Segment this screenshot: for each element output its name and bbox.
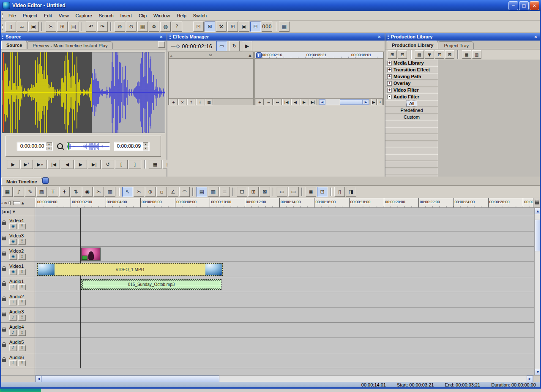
track-mute-icon[interactable]: ♪ bbox=[9, 299, 17, 305]
toolbar-grip[interactable] bbox=[2, 24, 3, 30]
track-header-audio4[interactable]: Audio4 ♪! bbox=[0, 323, 35, 338]
track-view-small-button[interactable]: ⊠ bbox=[260, 187, 270, 197]
lock-icon[interactable] bbox=[2, 283, 6, 286]
track-header-audio6[interactable]: Audio6 ♪! bbox=[0, 353, 35, 368]
go-end-button[interactable]: ▶| bbox=[309, 99, 317, 105]
mark-in-timecode[interactable]: 0:00:00:00 ▲▼ bbox=[17, 142, 53, 151]
expand-icon[interactable]: + bbox=[387, 88, 392, 93]
spin-down-icon[interactable]: ▼ bbox=[46, 147, 52, 150]
pack-clips-button[interactable]: ▥ bbox=[105, 187, 115, 197]
close-icon[interactable]: ✕ bbox=[158, 35, 164, 39]
frame-ruler-mode-button[interactable]: ▭ bbox=[288, 187, 299, 197]
track-header-video3[interactable]: Video3 ◉! bbox=[0, 231, 35, 247]
go-start-button[interactable]: |◀ bbox=[47, 160, 60, 169]
next-cue-icon[interactable]: ▶| bbox=[7, 210, 11, 214]
help-button[interactable]: ? bbox=[172, 22, 182, 32]
zoom-out-button[interactable]: ⊖ bbox=[126, 22, 137, 32]
scroll-thumb[interactable] bbox=[340, 99, 363, 105]
play-special-button[interactable]: ▶» bbox=[34, 160, 46, 169]
effects-timecode[interactable]: 00:00:02:16 bbox=[182, 43, 212, 49]
close-button[interactable]: ✕ bbox=[530, 1, 539, 10]
prev-cue-icon[interactable]: |◀ bbox=[2, 210, 5, 214]
next-keyframe-button[interactable]: ▶ bbox=[300, 99, 308, 105]
track-content-video2[interactable] bbox=[35, 247, 534, 262]
track-mute-icon[interactable]: ♪ bbox=[9, 360, 17, 366]
tab-project-tray[interactable]: Project Tray bbox=[439, 41, 474, 49]
insert-audio-file-button[interactable]: ♪ bbox=[14, 187, 24, 197]
move-down-button[interactable]: ↓ bbox=[196, 99, 204, 105]
selection-tool-button[interactable]: ↖ bbox=[122, 187, 133, 197]
tree-item-media-library[interactable]: + Media Library bbox=[385, 60, 438, 66]
track-warning-icon[interactable]: ! bbox=[18, 254, 26, 260]
menu-file[interactable]: File bbox=[5, 12, 19, 19]
sort-icon[interactable]: ▲ bbox=[22, 201, 24, 205]
track-height-slider[interactable] bbox=[8, 201, 20, 204]
expand-icon[interactable]: + bbox=[387, 74, 392, 79]
track-content-audio3[interactable] bbox=[35, 308, 534, 323]
track-manager-button[interactable]: ≣ bbox=[306, 187, 316, 197]
menu-insert[interactable]: Insert bbox=[117, 12, 136, 19]
keyframe-area[interactable] bbox=[255, 59, 383, 98]
mark-out-button[interactable]: ] bbox=[128, 160, 141, 169]
track-visibility-icon[interactable]: ◉ bbox=[9, 254, 17, 260]
undo-button[interactable]: ↶ bbox=[86, 22, 96, 32]
go-end-button[interactable]: ▶| bbox=[88, 160, 101, 169]
track-header-audio5[interactable]: Audio5 ♪! bbox=[0, 338, 35, 353]
close-icon[interactable]: ✕ bbox=[533, 35, 539, 39]
scroll-thumb[interactable] bbox=[42, 376, 219, 382]
text-attributes-button[interactable]: Ŧ bbox=[59, 187, 70, 197]
track-content-video4[interactable] bbox=[35, 216, 534, 231]
tree-item-overlay[interactable]: + Overlay bbox=[385, 80, 438, 87]
track-content-video1[interactable]: VIDEO_1.MPG ♪ bbox=[35, 262, 534, 277]
track-content-row[interactable] bbox=[35, 208, 534, 216]
clip-image-thumbnail[interactable] bbox=[81, 248, 101, 261]
track-warning-icon[interactable]: ! bbox=[18, 269, 26, 275]
menu-window[interactable]: Window bbox=[150, 12, 173, 19]
track-warning-icon[interactable]: ! bbox=[18, 239, 26, 245]
track-header-video4[interactable]: Video4 ◉! bbox=[0, 216, 35, 231]
new-project-button[interactable]: ▯ bbox=[5, 22, 16, 32]
close-icon[interactable]: ✕ bbox=[376, 35, 383, 39]
clip-overview-strip[interactable] bbox=[67, 142, 110, 150]
scroll-right-icon[interactable]: ▶ bbox=[527, 376, 533, 382]
tree-item-video-filter[interactable]: + Video Filter bbox=[385, 87, 438, 93]
spin-up-icon[interactable]: ▲ bbox=[46, 142, 52, 146]
library-content-area[interactable] bbox=[438, 60, 541, 177]
clip-view-filmstrip-button[interactable]: ▤ bbox=[197, 187, 207, 197]
track-mute-icon[interactable]: ♪ bbox=[9, 345, 17, 351]
attribute-list-area[interactable] bbox=[169, 59, 253, 98]
timeline-playhead-marker[interactable] bbox=[42, 177, 49, 184]
tree-item-moving-path[interactable]: + Moving Path bbox=[385, 73, 438, 80]
go-start-button[interactable]: |◀ bbox=[282, 99, 290, 105]
timeline-track-area[interactable]: VIDEO_1.MPG ♪ 015_Sunday_Octob.mp3 bbox=[35, 208, 534, 375]
tree-item-audio-filter[interactable]: - Audio Filter bbox=[385, 93, 438, 100]
clip-view-thumbnail-button[interactable]: ▥ bbox=[208, 187, 219, 197]
time-ruler-mode-button[interactable]: ▭ bbox=[277, 187, 287, 197]
toggle-effects-manager-button[interactable]: ⊞ bbox=[227, 22, 238, 32]
menu-edit[interactable]: Edit bbox=[41, 12, 55, 19]
keyframe-playhead-marker[interactable] bbox=[256, 52, 262, 58]
source-panel-titlebar[interactable]: Source ✕ bbox=[0, 33, 167, 41]
toolbar-grip[interactable] bbox=[2, 13, 3, 19]
insert-title-clip-button[interactable]: ✎ bbox=[25, 187, 36, 197]
keyframe-ruler[interactable]: 00:00:02:16 00:00:05:21 00:00:09:01 bbox=[255, 52, 383, 59]
import-media-button[interactable]: ▤ bbox=[415, 50, 424, 59]
toggle-grid-button[interactable]: ▦ bbox=[279, 22, 290, 32]
redo-button[interactable]: ↷ bbox=[97, 22, 108, 32]
menu-view[interactable]: View bbox=[55, 12, 72, 19]
volume-rubber-band-button[interactable]: ◠ bbox=[179, 187, 190, 197]
play-button[interactable]: ▶ bbox=[7, 160, 19, 169]
track-warning-icon[interactable]: ! bbox=[18, 345, 26, 351]
track-warning-icon[interactable]: ! bbox=[18, 299, 26, 305]
tree-item-predefined[interactable]: Predefined bbox=[385, 107, 438, 114]
track-view-medium-button[interactable]: ⊞ bbox=[248, 187, 259, 197]
scroll-left-icon[interactable]: ◀ bbox=[319, 99, 325, 105]
track-view-large-button[interactable]: ⊟ bbox=[237, 187, 247, 197]
scroll-left-icon[interactable]: ◀ bbox=[36, 376, 42, 382]
track-visibility-icon[interactable]: ◉ bbox=[9, 239, 17, 245]
web-button[interactable]: ◍ bbox=[160, 22, 171, 32]
fit-ruler-button[interactable]: ↔ bbox=[273, 99, 281, 105]
spin-up-icon[interactable]: ▲ bbox=[143, 142, 148, 146]
track-content-audio5[interactable] bbox=[35, 338, 534, 353]
expand-icon[interactable]: + bbox=[387, 61, 392, 65]
